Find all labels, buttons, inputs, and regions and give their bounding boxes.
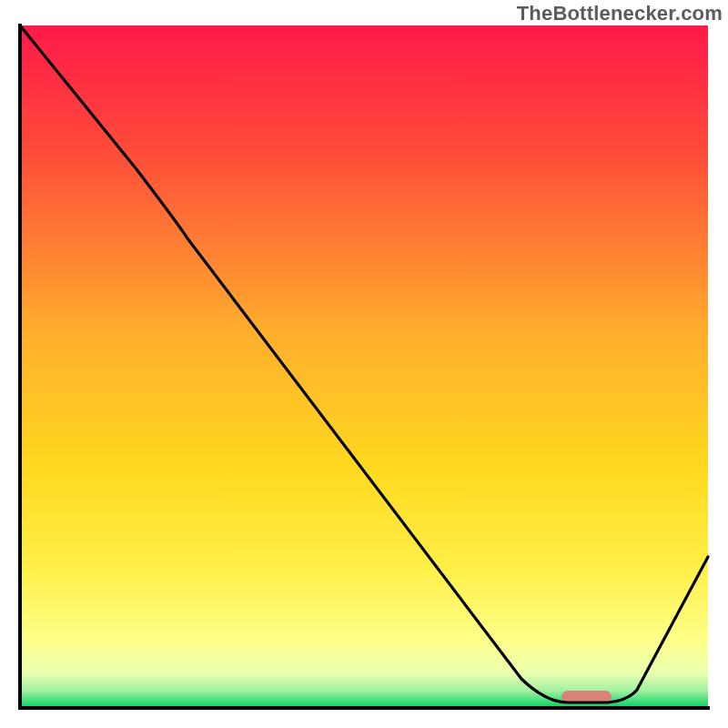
chart-svg [0,0,728,728]
bottleneck-chart: TheBottlenecker.com [0,0,728,728]
plot-background [20,25,708,708]
attribution-label: TheBottlenecker.com [517,2,723,25]
